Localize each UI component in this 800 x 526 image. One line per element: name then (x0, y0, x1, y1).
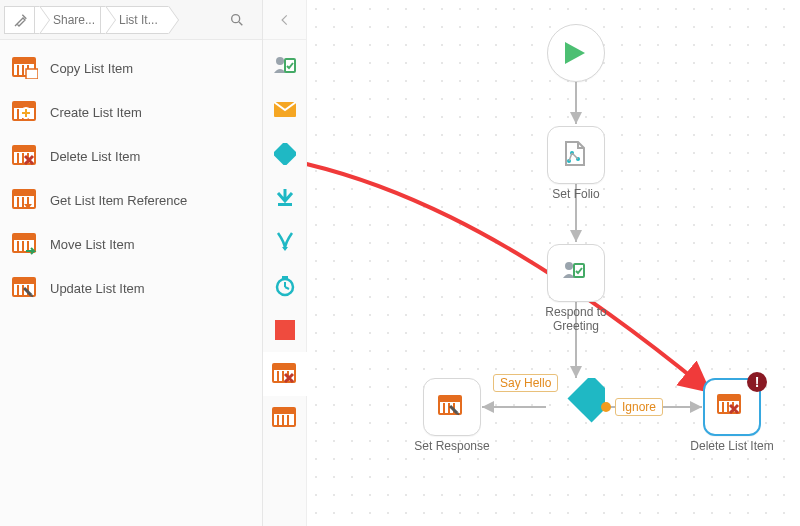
list-icon (272, 407, 298, 429)
sidebar-item-label: Update List Item (50, 281, 145, 296)
tools-icon (13, 12, 29, 28)
merge-icon (274, 231, 296, 253)
timer-icon (274, 275, 296, 297)
play-icon (565, 42, 587, 64)
list-update-icon (438, 395, 466, 419)
palette-column (263, 0, 307, 526)
list-update-icon (12, 277, 38, 299)
breadcrumb: Share... List It... (0, 0, 262, 40)
list-create-icon (12, 101, 38, 123)
sidebar-item-label: Copy List Item (50, 61, 133, 76)
left-panel: Share... List It... Copy List Item Creat… (0, 0, 263, 526)
list-copy-icon (12, 57, 38, 79)
sidebar-item-label: Get List Item Reference (50, 193, 187, 208)
list-ref-icon (12, 189, 38, 211)
palette-user-task[interactable] (263, 44, 307, 88)
edge-label-say-hello[interactable]: Say Hello (493, 374, 558, 392)
collapse-sidebar-button[interactable] (263, 0, 306, 40)
palette-goto[interactable] (263, 176, 307, 220)
document-icon (563, 141, 589, 169)
list-delete-icon (272, 363, 298, 385)
palette-list-delete[interactable] (263, 352, 307, 396)
palette-decision[interactable] (263, 132, 307, 176)
sidebar-list: Copy List Item Create List Item Delete L… (0, 40, 262, 526)
node-label: Set Folio (552, 188, 599, 202)
svg-rect-20 (568, 378, 605, 423)
list-delete-icon (12, 145, 38, 167)
palette-timer[interactable] (263, 264, 307, 308)
edge-label-ignore[interactable]: Ignore (615, 398, 663, 416)
sidebar-item-copy-list-item[interactable]: Copy List Item (0, 46, 262, 90)
chevron-left-icon (278, 13, 292, 27)
node-delete-list-item[interactable]: ! Delete List Item (687, 378, 777, 454)
usertask-icon (562, 260, 590, 286)
sidebar-item-delete-list-item[interactable]: Delete List Item (0, 134, 262, 178)
sidebar-item-update-list-item[interactable]: Update List Item (0, 266, 262, 310)
node-start[interactable] (531, 24, 621, 82)
palette-mail[interactable] (263, 88, 307, 132)
usertask-icon (273, 55, 297, 77)
node-set-response[interactable]: Set Response (407, 378, 497, 454)
palette-stop[interactable] (263, 308, 307, 352)
node-respond-to-greeting[interactable]: Respond to Greeting (531, 244, 621, 334)
node-label: Respond to Greeting (531, 306, 621, 334)
list-delete-icon (717, 394, 747, 420)
node-label: Set Response (414, 440, 489, 454)
error-badge: ! (747, 372, 767, 392)
goto-icon (274, 187, 296, 209)
breadcrumb-search[interactable] (218, 6, 256, 34)
svg-point-19 (232, 14, 240, 22)
sidebar-item-label: Create List Item (50, 105, 142, 120)
palette-merge[interactable] (263, 220, 307, 264)
decision-icon (274, 143, 296, 165)
edge-outcome-dot[interactable] (601, 402, 611, 412)
palette-list[interactable] (263, 396, 307, 440)
sidebar-item-move-list-item[interactable]: Move List Item (0, 222, 262, 266)
mail-icon (274, 99, 296, 121)
sidebar-item-get-list-item-reference[interactable]: Get List Item Reference (0, 178, 262, 222)
search-icon (229, 12, 245, 28)
sidebar-item-create-list-item[interactable]: Create List Item (0, 90, 262, 134)
sidebar-item-label: Delete List Item (50, 149, 140, 164)
workflow-canvas[interactable]: Set Folio Respond to Greeting Set Respon… (307, 0, 800, 526)
node-label: Delete List Item (690, 440, 773, 454)
stop-icon (274, 319, 296, 341)
list-move-icon (12, 233, 38, 255)
palette-list (263, 40, 307, 526)
sidebar-item-label: Move List Item (50, 237, 135, 252)
node-set-folio[interactable]: Set Folio (531, 126, 621, 202)
